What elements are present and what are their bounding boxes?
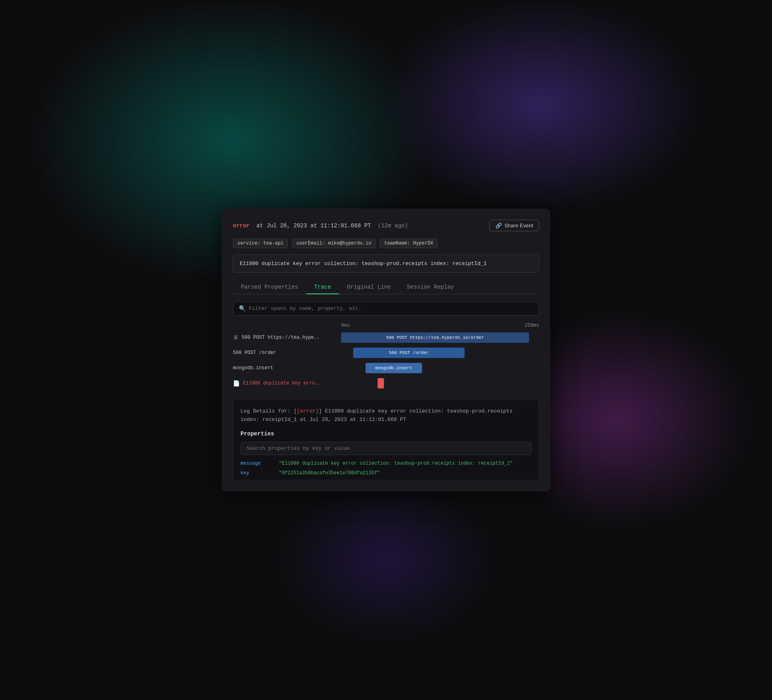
property-row-key: key "0f2251a2b0bacafe35ee1e700dfa2135f" (240, 470, 532, 476)
trace-bar-area: 500 POST /order (337, 346, 539, 360)
span-bar-3: mongodb.insert (366, 363, 422, 373)
trace-row[interactable]: mongodb.insert mongodb.insert (233, 361, 539, 375)
trace-row-label: 🖥 500 POST https://tea.hype.. (233, 334, 337, 341)
share-event-button[interactable]: 🔗 Share Event (489, 220, 539, 231)
error-message-box: E11000 duplicate key error collection: t… (233, 255, 539, 273)
span-filter-input[interactable] (249, 305, 533, 312)
main-card: error at Jul 28, 2023 at 11:12:01.668 PT… (222, 208, 550, 492)
trace-row[interactable]: 📄 E11000 duplicate key erro.. (233, 376, 539, 390)
tab-original-line[interactable]: Original Line (339, 281, 399, 294)
tags-row: service: tea-api userEmail: mike@hyperdx… (233, 239, 539, 248)
trace-row[interactable]: 🖥 500 POST https://tea.hype.. 500 POST h… (233, 331, 539, 344)
trace-rows: 🖥 500 POST https://tea.hype.. 500 POST h… (233, 331, 539, 390)
doc-icon: 📄 (233, 380, 240, 387)
property-row-message: message "E11000 duplicate key error coll… (240, 461, 532, 466)
log-details-section: Log Details for: [[error]] E11000 duplic… (233, 400, 539, 480)
header-info: error at Jul 28, 2023 at 11:12:01.668 PT… (233, 223, 408, 229)
properties-search-input[interactable] (240, 442, 532, 455)
trace-bar-area: 500 POST https://tea.hyperdx.io/order (337, 331, 539, 344)
tab-session-replay[interactable]: Session Replay (399, 281, 462, 294)
prop-value-message: "E11000 duplicate key error collection: … (279, 461, 513, 466)
tag-service: service: tea-api (233, 239, 288, 248)
trace-timeline: 0ms 250ms (337, 323, 539, 328)
share-button-label: Share Event (504, 223, 533, 229)
timeline-end: 250ms (525, 323, 539, 328)
error-badge: error (233, 223, 250, 229)
timeline-start: 0ms (341, 323, 350, 328)
trace-bar-area: mongodb.insert (337, 361, 539, 375)
tag-team: teamName: HyperDX (380, 239, 437, 248)
tab-trace[interactable]: Trace (306, 281, 339, 294)
trace-row-label: 500 POST /order (233, 350, 337, 356)
tab-parsed-properties[interactable]: Parsed Properties (233, 281, 306, 294)
span-bar-2: 500 POST /order (353, 348, 464, 358)
search-icon: 🔍 (239, 305, 246, 312)
trace-header: 0ms 250ms (233, 323, 539, 328)
header-ago: (12m ago) (378, 223, 408, 229)
span-filter-bar: 🔍 (233, 301, 539, 316)
log-details-header: Log Details for: [[error]] E11000 duplic… (240, 407, 532, 424)
prop-value-key: "0f2251a2b0bacafe35ee1e700dfa2135f" (279, 470, 380, 476)
span-bar-1: 500 POST https://tea.hyperdx.io/order (341, 332, 529, 343)
tag-email: userEmail: mike@hyperdx.io (292, 239, 376, 248)
tabs-row: Parsed Properties Trace Original Line Se… (233, 281, 539, 294)
trace-bar-area-error (337, 376, 539, 390)
monitor-icon: 🖥 (233, 334, 238, 341)
properties-heading: Properties (240, 431, 532, 437)
trace-row-label: mongodb.insert (233, 365, 337, 371)
header-row: error at Jul 28, 2023 at 11:12:01.668 PT… (233, 220, 539, 231)
link-icon: 🔗 (495, 223, 502, 229)
trace-area: 0ms 250ms 🖥 500 POST https://tea.hype.. … (233, 323, 539, 390)
log-error-inline: [error] (297, 408, 319, 414)
span-bar-error (378, 378, 384, 388)
prop-key-message: message (240, 461, 273, 466)
trace-row-label-error: 📄 E11000 duplicate key erro.. (233, 380, 337, 387)
prop-key-key: key (240, 470, 273, 476)
trace-row[interactable]: 500 POST /order 500 POST /order (233, 346, 539, 360)
header-at: at Jul 28, 2023 at 11:12:01.668 PT (253, 223, 378, 229)
